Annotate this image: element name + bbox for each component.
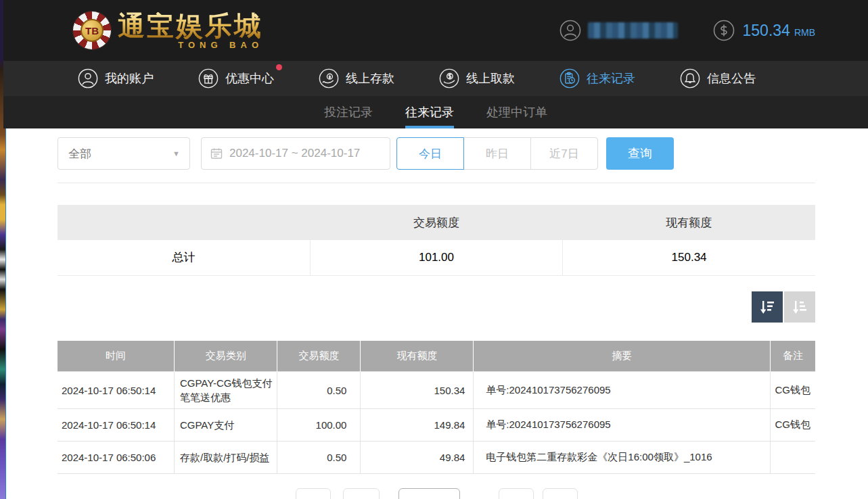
notification-dot-badge: [276, 64, 282, 70]
nav-item-my-account[interactable]: 我的账户: [78, 68, 154, 89]
sort-controls: [58, 291, 815, 323]
cell-category: CGPAY支付: [174, 409, 277, 442]
date-range-input[interactable]: 2024-10-17 ~ 2024-10-17: [201, 137, 390, 170]
dollar-coin-icon: [713, 20, 735, 41]
col-header-balance: 现有额度: [361, 341, 474, 372]
nav-label: 优惠中心: [225, 70, 274, 87]
today-button[interactable]: 今日: [396, 137, 464, 170]
summary-total-row: 总计 101.00 150.34: [58, 240, 815, 275]
cell-balance: 150.34: [361, 372, 474, 409]
summary-header-amount: 交易额度: [310, 205, 562, 240]
sort-descending-icon: [758, 298, 776, 316]
tab-transaction-records[interactable]: 往来记录: [405, 96, 454, 128]
sort-descending-button[interactable]: [752, 291, 783, 323]
cell-note: [771, 442, 815, 474]
table-row: 2024-10-17 06:50:06 存款/取款/打码/损益 0.50 49.…: [58, 442, 815, 474]
page: TB 通宝娱乐城 TONG BAO 150.34 RMB: [0, 0, 868, 499]
gift-icon: [198, 68, 219, 89]
user-avatar-icon: [559, 20, 581, 41]
cell-summary: 电子钱包第二重存款彩金《次日16:00领取》_1016: [474, 442, 771, 474]
cell-time: 2024-10-17 06:50:14: [58, 372, 174, 409]
records-icon: [559, 68, 580, 89]
cell-note: CG钱包: [771, 409, 815, 442]
sort-ascending-icon: [791, 298, 808, 316]
nav-label: 往来记录: [587, 70, 635, 87]
pagination-button[interactable]: [296, 488, 331, 499]
cell-amount: 100.00: [277, 409, 361, 442]
user-area: 150.34 RMB: [559, 20, 815, 41]
table-row: 2024-10-17 06:50:14 CGPAY支付 100.00 149.8…: [58, 409, 815, 442]
site-logo[interactable]: TB 通宝娱乐城 TONG BAO: [73, 11, 263, 49]
col-header-amount: 交易额度: [277, 341, 361, 372]
sort-ascending-button[interactable]: [784, 291, 815, 323]
pagination-button[interactable]: [499, 488, 534, 499]
quick-date-group: 今日 昨日 近7日: [396, 137, 598, 170]
content-area: 全部 ▼ 2024-10-17 ~ 2024-10-17 今日 昨日 近7日 查…: [6, 128, 868, 499]
balance-amount: 150.34: [743, 22, 790, 40]
chip-tb-monogram: TB: [81, 19, 104, 42]
type-select-value: 全部: [68, 146, 91, 162]
pagination-button[interactable]: [343, 488, 380, 499]
col-header-time: 时间: [58, 341, 174, 372]
pagination: [0, 488, 868, 499]
summary-total-amount: 101.00: [310, 240, 562, 275]
chevron-down-icon: ▼: [173, 149, 180, 158]
records-table: 时间 交易类别 交易额度 现有额度 摘要 备注 2024-10-17 06:50…: [58, 341, 815, 475]
summary-header-row: 交易额度 现有额度: [58, 205, 815, 240]
summary-total-balance: 150.34: [563, 240, 815, 275]
tab-betting-records[interactable]: 投注记录: [324, 96, 373, 128]
nav-item-deposit[interactable]: 线上存款: [319, 68, 394, 89]
nav-label: 信息公告: [707, 70, 756, 87]
bell-icon: [680, 68, 700, 89]
nav-label: 线上取款: [466, 70, 515, 87]
cell-note: CG钱包: [771, 372, 815, 409]
deposit-icon: [319, 68, 339, 89]
balance-group[interactable]: 150.34 RMB: [713, 20, 815, 41]
main-navigation: 我的账户 优惠中心 线上存款 线上取款: [3, 61, 868, 96]
user-icon: [78, 68, 98, 89]
col-header-category: 交易类别: [174, 341, 277, 372]
username-blurred[interactable]: [588, 22, 678, 39]
cell-time: 2024-10-17 06:50:14: [58, 409, 174, 442]
cell-category: CGPAY-CG钱包支付笔笔送优惠: [174, 372, 277, 409]
nav-item-promotions[interactable]: 优惠中心: [198, 68, 274, 89]
last-7-days-button[interactable]: 近7日: [530, 137, 598, 170]
withdraw-icon: [439, 68, 459, 89]
search-button[interactable]: 查询: [606, 137, 674, 170]
nav-item-withdraw[interactable]: 线上取款: [439, 68, 515, 89]
logo-title: 通宝娱乐城: [118, 12, 263, 39]
filter-row: 全部 ▼ 2024-10-17 ~ 2024-10-17 今日 昨日 近7日 查…: [58, 137, 815, 170]
pagination-page-select[interactable]: [398, 488, 460, 499]
cell-time: 2024-10-17 06:50:06: [58, 442, 174, 474]
nav-label: 我的账户: [105, 70, 154, 87]
nav-item-transaction-records[interactable]: 往来记录: [559, 68, 635, 89]
logo-subtitle: TONG BAO: [118, 41, 263, 49]
cell-balance: 149.84: [361, 409, 474, 442]
summary-header-balance: 现有额度: [563, 205, 815, 240]
date-range-value: 2024-10-17 ~ 2024-10-17: [229, 147, 360, 160]
tab-pending-orders[interactable]: 处理中订单: [486, 96, 547, 128]
summary-total-label: 总计: [58, 240, 310, 275]
nav-item-announcements[interactable]: 信息公告: [680, 68, 756, 89]
nav-label: 线上存款: [346, 70, 394, 87]
sub-navigation: 投注记录 往来记录 处理中订单: [3, 96, 868, 128]
cell-category: 存款/取款/打码/损益: [174, 442, 277, 474]
cell-balance: 49.84: [361, 442, 474, 474]
summary-header-empty: [58, 205, 310, 240]
top-header: TB 通宝娱乐城 TONG BAO 150.34 RMB: [3, 0, 868, 61]
cell-amount: 0.50: [277, 442, 361, 474]
cell-summary: 单号:202410173756276095: [474, 409, 771, 442]
col-header-note: 备注: [771, 341, 815, 372]
balance-currency: RMB: [794, 27, 815, 38]
type-select[interactable]: 全部 ▼: [58, 137, 190, 170]
table-row: 2024-10-17 06:50:14 CGPAY-CG钱包支付笔笔送优惠 0.…: [58, 372, 815, 409]
cell-summary: 单号:202410173756276095: [474, 372, 771, 409]
records-header-row: 时间 交易类别 交易额度 现有额度 摘要 备注: [58, 341, 815, 372]
pagination-button[interactable]: [543, 488, 578, 499]
summary-table: 交易额度 现有额度 总计 101.00 150.34: [58, 205, 815, 276]
cell-amount: 0.50: [277, 372, 361, 409]
divider: [58, 183, 815, 183]
calendar-icon: [210, 147, 223, 160]
poker-chip-icon: TB: [73, 11, 111, 49]
yesterday-button[interactable]: 昨日: [463, 137, 531, 170]
